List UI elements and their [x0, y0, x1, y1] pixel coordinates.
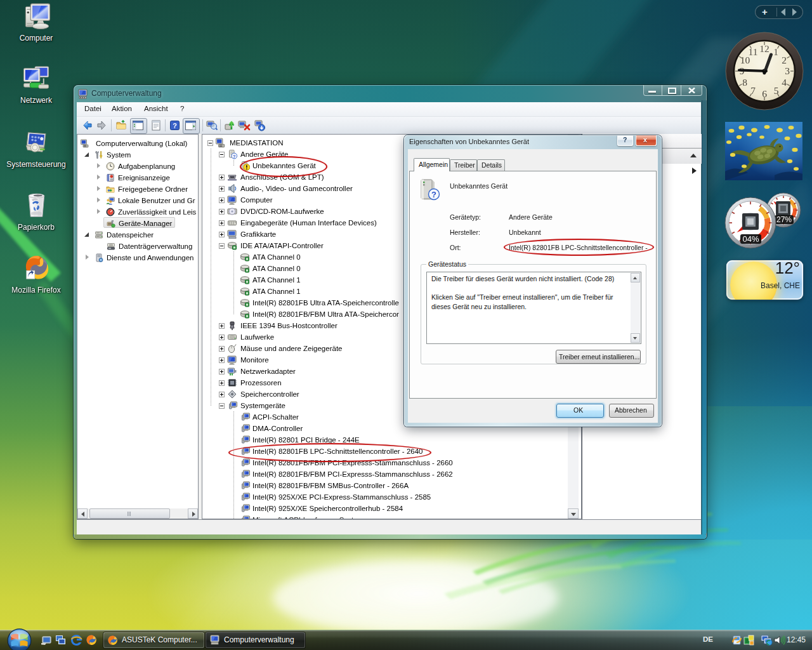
svg-text:04%: 04% — [742, 234, 759, 244]
svg-text:27%: 27% — [776, 215, 792, 224]
svg-text:?: ? — [173, 122, 177, 129]
svg-text:6: 6 — [762, 88, 767, 99]
svg-text:?: ? — [431, 190, 436, 199]
svg-text:3: 3 — [785, 65, 790, 76]
svg-text:5: 5 — [774, 85, 779, 96]
svg-text:4: 4 — [782, 77, 787, 88]
svg-text:8: 8 — [742, 77, 747, 88]
svg-text:7: 7 — [750, 85, 756, 96]
